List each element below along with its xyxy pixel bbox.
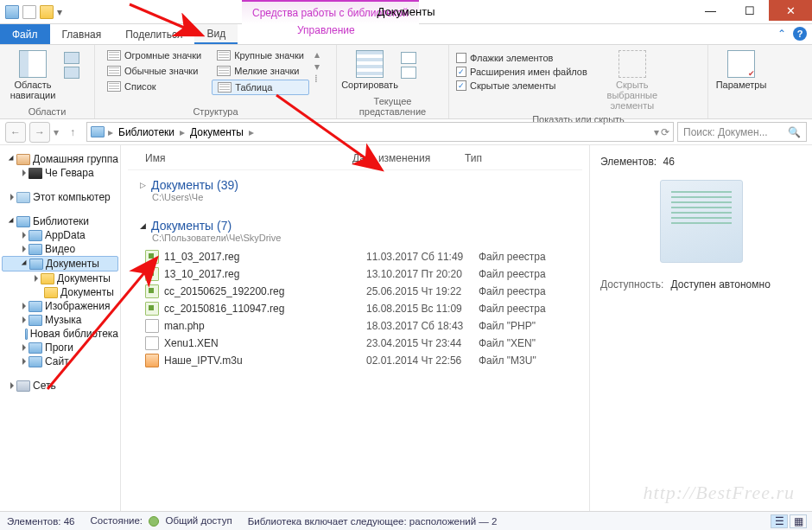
- details-view-button[interactable]: ☰: [771, 514, 788, 528]
- tab-file[interactable]: Файл: [0, 24, 50, 44]
- options-button[interactable]: ✔ Параметры: [715, 48, 767, 92]
- file-row[interactable]: Xenu1.XEN23.04.2015 Чт 23:44Файл "XEN": [128, 335, 582, 352]
- layout-large-icons[interactable]: Крупные значки: [212, 48, 309, 62]
- maximize-button[interactable]: ☐: [730, 0, 769, 21]
- tree-documents[interactable]: Документы: [2, 256, 118, 271]
- library-icon: [29, 230, 42, 241]
- hidden-items-toggle[interactable]: ✓Скрытые элементы: [456, 80, 587, 92]
- column-type[interactable]: Тип: [465, 152, 560, 164]
- tree-libraries-label: Библиотеки: [33, 215, 89, 227]
- tree-network[interactable]: Сеть: [2, 379, 118, 393]
- file-list[interactable]: Имя Дата изменения Тип ▷Документы (39) C…: [121, 145, 589, 512]
- file-icon: [145, 284, 159, 298]
- tab-manage[interactable]: Управление: [285, 24, 367, 36]
- folder-icon: [44, 287, 58, 298]
- sort-button[interactable]: Сортировать: [344, 48, 396, 92]
- file-row[interactable]: 13_10_2017.reg13.10.2017 Пт 20:20Файл ре…: [128, 265, 582, 283]
- qat-new-folder-icon[interactable]: [40, 5, 54, 19]
- search-box[interactable]: Поиск: Докумен... 🔍: [677, 122, 807, 142]
- tree-user-che[interactable]: Че Гевара: [2, 166, 118, 180]
- tree-progi[interactable]: Проги: [2, 341, 118, 354]
- ribbon: Область навигации Области Огромные значк…: [0, 45, 812, 119]
- ribbon-collapse-icon[interactable]: ⌃: [777, 28, 786, 40]
- address-dropdown-icon[interactable]: ▾: [654, 126, 659, 138]
- layout-small-icons[interactable]: Мелкие значки: [212, 64, 309, 78]
- layout-list[interactable]: Список: [102, 80, 206, 93]
- layout-small-label: Мелкие значки: [234, 66, 299, 76]
- status-elements: Элементов: 46: [7, 516, 74, 527]
- navigation-pane-button[interactable]: Область навигации: [7, 48, 59, 102]
- chevron-right-icon[interactable]: ▸: [106, 126, 115, 138]
- tree-homegroup[interactable]: Домашняя группа: [2, 152, 118, 166]
- tree-images[interactable]: Изображения: [2, 299, 118, 313]
- tree-music-label: Музыка: [45, 314, 81, 326]
- sort-icon: [356, 50, 384, 78]
- tree-documents-sub2[interactable]: Документы: [2, 285, 118, 299]
- file-row[interactable]: cc_20150816_110947.reg16.08.2015 Вс 11:0…: [128, 300, 582, 317]
- up-button[interactable]: ↑: [62, 122, 83, 143]
- back-button[interactable]: ←: [5, 122, 26, 143]
- history-dropdown-icon[interactable]: ▾: [54, 126, 59, 138]
- layout-scroll-up-icon[interactable]: ▴: [314, 48, 320, 61]
- layout-huge-icons[interactable]: Огромные значки: [102, 48, 206, 62]
- thumbnails-view-button[interactable]: ▦: [790, 514, 807, 528]
- tab-view[interactable]: Вид: [194, 24, 238, 44]
- homegroup-icon: [16, 154, 30, 165]
- tree-site-label: Сайт: [45, 355, 69, 367]
- column-name[interactable]: Имя: [145, 152, 352, 164]
- main-area: Домашняя группа Че Гевара Этот компьютер…: [0, 145, 812, 512]
- tree-site[interactable]: Сайт: [2, 354, 118, 368]
- chevron-right-icon[interactable]: ▸: [247, 126, 256, 138]
- layout-huge-label: Огромные значки: [124, 50, 201, 61]
- file-row[interactable]: man.php18.03.2017 Сб 18:43Файл "PHP": [128, 317, 582, 335]
- refresh-icon[interactable]: ⟳: [661, 126, 669, 138]
- column-date[interactable]: Дата изменения: [352, 152, 465, 164]
- quick-access-toolbar: ▾: [0, 5, 67, 19]
- group-1-title: Документы (39): [151, 178, 238, 192]
- fit-columns-icon[interactable]: [401, 67, 416, 79]
- forward-button[interactable]: →: [29, 122, 50, 143]
- details-pane-icon[interactable]: [64, 67, 79, 79]
- breadcrumb-libraries[interactable]: Библиотеки: [117, 126, 176, 138]
- tab-home[interactable]: Главная: [50, 24, 114, 44]
- file-date: 16.08.2015 Вс 11:09: [366, 303, 479, 315]
- column-headers[interactable]: Имя Дата изменения Тип: [128, 149, 582, 170]
- layout-table[interactable]: Таблица: [212, 80, 309, 95]
- item-checkboxes-toggle[interactable]: Флажки элементов: [456, 52, 587, 64]
- file-icon: [145, 302, 159, 316]
- group-header-1[interactable]: ▷Документы (39): [128, 176, 582, 192]
- tab-share[interactable]: Поделиться: [113, 24, 194, 44]
- file-extensions-toggle[interactable]: ✓Расширения имен файлов: [456, 66, 587, 78]
- tree-music[interactable]: Музыка: [2, 313, 118, 327]
- tree-appdata[interactable]: AppData: [2, 228, 118, 242]
- minimize-button[interactable]: —: [691, 0, 730, 21]
- tree-documents-sub1[interactable]: Документы: [2, 271, 118, 285]
- folder-icon: [41, 273, 54, 284]
- tree-libraries[interactable]: Библиотеки: [2, 214, 118, 228]
- tree-documents-sub2-label: Документы: [60, 286, 114, 298]
- tree-new-library[interactable]: Новая библиотека: [2, 327, 118, 341]
- close-button[interactable]: ✕: [769, 0, 812, 21]
- preview-pane-icon[interactable]: [64, 52, 79, 64]
- qat-properties-icon[interactable]: [22, 5, 36, 19]
- address-bar[interactable]: ▸ Библиотеки ▸ Документы ▸ ▾ ⟳: [86, 122, 674, 142]
- hide-selected-button[interactable]: Скрыть выбранные элементы: [598, 48, 667, 112]
- item-checkboxes-label: Флажки элементов: [470, 53, 553, 63]
- file-row[interactable]: cc_20150625_192200.reg25.06.2015 Чт 19:2…: [128, 283, 582, 300]
- layout-expand-icon[interactable]: ⁞: [314, 73, 320, 85]
- help-icon[interactable]: ?: [793, 27, 807, 41]
- tree-this-pc[interactable]: Этот компьютер: [2, 190, 118, 204]
- layout-normal-icons[interactable]: Обычные значки: [102, 64, 206, 78]
- details-count: Элементов: 46: [600, 156, 802, 168]
- add-columns-icon[interactable]: [401, 52, 416, 64]
- qat-dropdown-icon[interactable]: ▾: [57, 6, 62, 18]
- navigation-tree[interactable]: Домашняя группа Че Гевара Этот компьютер…: [0, 145, 121, 512]
- layout-scroll-down-icon[interactable]: ▾: [314, 61, 320, 73]
- app-icon: [5, 5, 19, 19]
- file-row[interactable]: Наше_IPTV.m3u02.01.2014 Чт 22:56Файл "M3…: [128, 352, 582, 369]
- tree-video[interactable]: Видео: [2, 242, 118, 256]
- breadcrumb-documents[interactable]: Документы: [188, 126, 245, 138]
- file-row[interactable]: 11_03_2017.reg11.03.2017 Сб 11:49Файл ре…: [128, 248, 582, 265]
- chevron-right-icon[interactable]: ▸: [178, 126, 187, 138]
- group-header-2[interactable]: ◢Документы (7): [128, 216, 582, 233]
